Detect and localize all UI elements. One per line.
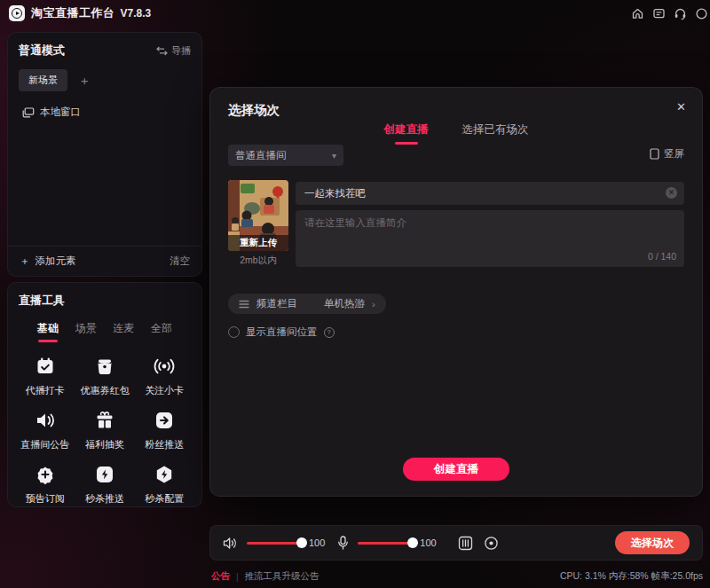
location-option: 显示直播间位置 ? (228, 325, 335, 339)
tab-all[interactable]: 全部 (151, 321, 172, 342)
modal-title: 选择场次 (228, 102, 280, 119)
mode-title: 普通模式 (19, 43, 65, 59)
location-checkbox[interactable] (228, 326, 240, 338)
tab-create-live[interactable]: 创建直播 (384, 122, 429, 145)
speaker-volume-icon[interactable] (223, 537, 238, 550)
room-type-value: 普通直播间 (235, 149, 287, 162)
tool-fan-push[interactable]: 粉丝推送 (135, 409, 194, 451)
mic-volume-value: 100 (420, 537, 436, 548)
select-session-button[interactable]: 选择场次 (615, 531, 690, 554)
calendar-check-icon (35, 355, 56, 378)
speaker-volume-slider[interactable] (247, 537, 305, 548)
tab-basic[interactable]: 基础 (37, 321, 59, 342)
app-title: 淘宝直播工作台 (31, 5, 115, 21)
list-icon (239, 300, 249, 309)
modal-tabs: 创建直播 选择已有场次 (210, 122, 702, 145)
live-desc-field: 0 / 140 (296, 210, 684, 267)
tool-preview-subscribe[interactable]: 预告订阅 (15, 463, 75, 506)
category-label: 频道栏目 (256, 297, 297, 310)
tool-label: 秒杀配置 (145, 492, 184, 506)
gift-icon (94, 409, 115, 432)
live-desc-textarea[interactable] (296, 210, 684, 251)
notice-text[interactable]: 推流工具升级公告 (245, 570, 320, 583)
director-switch-button[interactable]: 导播 (156, 44, 191, 58)
tool-label: 粉丝推送 (145, 438, 184, 451)
headset-icon[interactable] (674, 7, 687, 20)
clear-input-icon[interactable]: ✕ (666, 187, 677, 199)
tool-grid: 代播打卡 优惠券红包 关注小卡 直播间公告 (8, 342, 201, 506)
tool-coupon-redpacket[interactable]: 优惠券红包 (75, 355, 134, 397)
plus-icon: ＋ (20, 255, 30, 268)
scene-panel: 普通模式 导播 新场景 ＋ 本地窗口 ＋ 添加元素 清空 (7, 32, 202, 277)
help-icon[interactable]: ? (324, 327, 335, 338)
tool-lucky-draw[interactable]: 福利抽奖 (75, 409, 134, 451)
live-title-input[interactable] (296, 182, 684, 205)
cover-size-hint: 2mb以内 (228, 255, 288, 267)
scene-tab-new[interactable]: 新场景 (19, 69, 67, 91)
arrow-push-icon (154, 409, 175, 432)
create-live-button[interactable]: 创建直播 (403, 458, 509, 481)
performance-stats: CPU: 3.1% 内存:58% 帧率:25.0fps (560, 570, 703, 583)
app-window: 淘宝直播工作台 V7.8.3 普通模式 导播 新场景 (0, 0, 710, 588)
reupload-label[interactable]: 重新上传 (228, 235, 288, 251)
flash-hexagon-icon (154, 463, 175, 486)
audio-mixer-icon[interactable] (458, 536, 473, 551)
select-session-modal: 选择场次 ✕ 创建直播 选择已有场次 普通直播间 ▾ 竖屏 (209, 87, 703, 497)
tool-label: 直播间公告 (20, 438, 69, 451)
room-type-select[interactable]: 普通直播间 ▾ (228, 145, 343, 166)
fps-stat: 帧率:25.0fps (651, 570, 703, 581)
clear-button[interactable]: 清空 (170, 255, 190, 268)
chevron-right-icon: › (372, 299, 375, 310)
microphone-icon[interactable] (337, 536, 349, 550)
plus-subscribe-icon (35, 463, 56, 486)
mic-volume-slider[interactable] (358, 537, 416, 548)
app-version: V7.8.3 (121, 7, 152, 20)
tool-label: 优惠券红包 (80, 384, 129, 397)
tool-room-announcement[interactable]: 直播间公告 (15, 409, 75, 451)
add-element-button[interactable]: ＋ 添加元素 (20, 255, 76, 268)
home-icon[interactable] (631, 7, 644, 20)
titlebar: 淘宝直播工作台 V7.8.3 (0, 0, 710, 27)
chevron-down-icon: ▾ (332, 151, 336, 161)
source-item-label: 本地窗口 (40, 106, 81, 119)
red-packet-icon (94, 355, 115, 378)
tool-flash-push[interactable]: 秒杀推送 (75, 463, 134, 506)
tool-flash-config[interactable]: 秒杀配置 (135, 463, 194, 506)
flash-square-icon (94, 463, 115, 486)
app-logo-icon (9, 5, 25, 21)
add-element-label: 添加元素 (36, 255, 76, 268)
profile-icon[interactable] (695, 7, 708, 20)
tab-scene[interactable]: 场景 (75, 321, 97, 342)
add-scene-icon[interactable]: ＋ (78, 74, 91, 87)
memory-stat: 内存:58% (609, 570, 649, 581)
notice-divider: | (236, 572, 239, 582)
webcam-icon[interactable] (484, 536, 499, 551)
cover-upload[interactable]: 重新上传 (228, 180, 288, 251)
message-icon[interactable] (652, 7, 666, 20)
tab-mic-link[interactable]: 连麦 (113, 321, 134, 342)
speaker-icon (35, 409, 56, 432)
category-value: 单机热游 (324, 297, 365, 310)
tool-label: 预告订阅 (26, 492, 65, 506)
location-label: 显示直播间位置 (246, 325, 318, 339)
orientation-label: 竖屏 (664, 147, 684, 161)
tool-checkin[interactable]: 代播打卡 (15, 355, 75, 397)
tool-label: 代播打卡 (26, 384, 65, 397)
orientation-toggle[interactable]: 竖屏 (650, 147, 684, 161)
status-bar: 公告 | 推流工具升级公告 CPU: 3.1% 内存:58% 帧率:25.0fp… (0, 565, 710, 588)
cpu-stat: CPU: 3.1% (560, 570, 606, 581)
source-item-local-window[interactable]: 本地窗口 (8, 91, 201, 119)
director-label: 导播 (171, 44, 191, 58)
notice-badge: 公告 (211, 570, 230, 583)
tools-title: 直播工具 (8, 283, 201, 309)
tool-follow-card[interactable]: 关注小卡 (135, 355, 194, 397)
tool-label: 秒杀推送 (85, 492, 124, 506)
tab-select-existing[interactable]: 选择已有场次 (462, 122, 529, 145)
tools-panel: 直播工具 基础 场景 连麦 全部 代播打卡 优惠券红包 (7, 282, 202, 507)
tool-label: 福利抽奖 (85, 438, 124, 451)
window-icon (22, 107, 35, 118)
swap-icon (156, 46, 168, 56)
tool-label: 关注小卡 (145, 384, 184, 397)
category-selector[interactable]: 频道栏目 单机热游 › (228, 294, 386, 314)
close-icon[interactable]: ✕ (676, 100, 686, 114)
